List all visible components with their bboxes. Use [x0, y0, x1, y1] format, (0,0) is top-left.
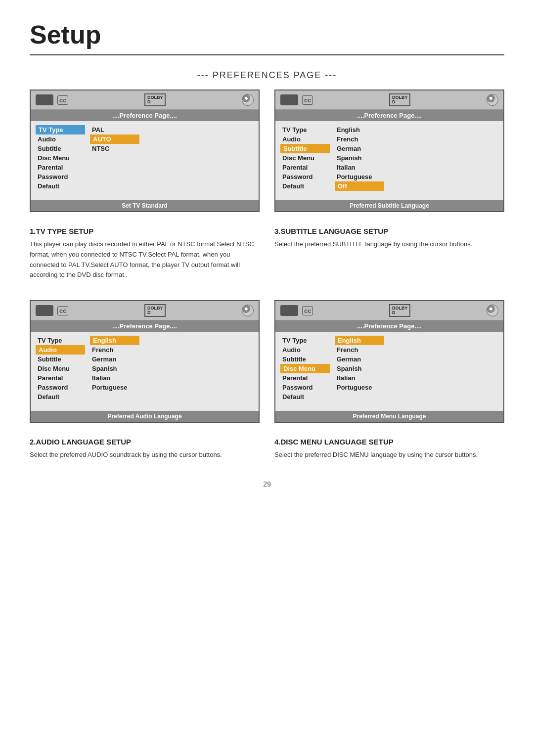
screen4-option-2: German	[335, 355, 384, 364]
desc-block-2: 3.SUBTITLE LANGUAGE SETUP Select the pre…	[274, 227, 504, 280]
tape-icon	[36, 94, 53, 105]
screen4-menu-item-5: Password	[280, 383, 330, 392]
screen3-option-0: English	[90, 336, 139, 345]
screen3-menu: TV Type Audio Subtitle Disc Menu Parenta…	[36, 336, 85, 407]
screen2-option-5: Portuguese	[335, 172, 384, 181]
bottom-descriptions-row: 2.AUDIO LANGUAGE SETUP Select the prefer…	[30, 438, 504, 460]
screen1-option-pal: PAL	[90, 125, 139, 134]
screen3-option-5: Portuguese	[90, 383, 139, 392]
screen2-menu-item-6: Default	[280, 181, 330, 191]
screen3-body: TV Type Audio Subtitle Disc Menu Parenta…	[31, 332, 259, 411]
screen1-menu-item-1: Audio	[36, 134, 85, 144]
screen3-topbar: cc DOLBY D	[31, 301, 259, 320]
screen-audio-lang: cc DOLBY D ....Preference Page.... TV Ty…	[30, 300, 260, 423]
top-screens-row: cc DOLBY D ....Preference Page.... TV Ty…	[30, 89, 504, 212]
screen2-option-3: Spanish	[335, 153, 384, 163]
disc-icon3	[242, 305, 254, 316]
screen2-menu-item-2: Subtitle	[280, 144, 330, 153]
top-descriptions-row: 1.TV TYPE SETUP This player can play dis…	[30, 227, 504, 280]
screen2-topbar: cc DOLBY D	[275, 90, 503, 110]
screen3-icons-left: cc	[36, 305, 68, 316]
desc1-body: This player can play discs recorded in e…	[30, 239, 260, 280]
screen1-option-auto: AUTO	[90, 134, 139, 144]
screen1-banner: ....Preference Page....	[31, 110, 259, 121]
desc-block-4: 4.DISC MENU LANGUAGE SETUP Select the pr…	[274, 438, 504, 460]
screen4-option-1: French	[335, 345, 384, 355]
screen1-body: TV Type Audio Subtitle Disc Menu Parenta…	[31, 121, 259, 200]
screen2-menu-item-4: Parental	[280, 163, 330, 172]
screen1-footer: Set TV Standard	[31, 200, 259, 211]
screen4-footer: Preferred Menu Language	[275, 411, 503, 422]
screen1-menu-item-5: Password	[36, 172, 85, 181]
cc-icon: cc	[57, 95, 68, 105]
screen1-option-ntsc: NTSC	[90, 144, 139, 153]
screen2-option-2: German	[335, 144, 384, 153]
tape-icon4	[280, 305, 298, 316]
screen2-body: TV Type Audio Subtitle Disc Menu Parenta…	[275, 121, 503, 200]
screen4-option-0: English	[335, 336, 384, 345]
cc-icon4: cc	[302, 306, 313, 315]
screen4-menu-item-0: TV Type	[280, 336, 330, 345]
screen4-menu-item-2: Subtitle	[280, 355, 330, 364]
screen2-options: English French German Spanish Italian Po…	[335, 125, 384, 196]
disc-icon4	[487, 305, 498, 316]
screen3-menu-item-2: Subtitle	[36, 355, 85, 364]
screen1-menu-item-4: Parental	[36, 163, 85, 172]
desc3-body: Select the preferred AUDIO soundtrack by…	[30, 450, 260, 460]
screen4-option-5: Portuguese	[335, 383, 384, 392]
screen4-menu: TV Type Audio Subtitle Disc Menu Parenta…	[280, 336, 330, 407]
screen1-menu-item-0: TV Type	[36, 125, 85, 134]
screen-disc-menu-lang: cc DOLBY D ....Preference Page.... TV Ty…	[274, 300, 504, 423]
screen2-menu-item-1: Audio	[280, 134, 330, 144]
tape-icon3	[36, 305, 53, 316]
desc-block-3: 2.AUDIO LANGUAGE SETUP Select the prefer…	[30, 438, 260, 460]
screen1-menu-item-6: Default	[36, 181, 85, 191]
desc-block-1: 1.TV TYPE SETUP This player can play dis…	[30, 227, 260, 280]
screen2-icons-left: cc	[280, 94, 313, 105]
screen2-option-1: French	[335, 134, 384, 144]
screen3-menu-item-6: Default	[36, 392, 85, 401]
desc3-title: 2.AUDIO LANGUAGE SETUP	[30, 438, 260, 446]
screen3-menu-item-0: TV Type	[36, 336, 85, 345]
tape-icon2	[280, 94, 298, 105]
screen3-menu-item-4: Parental	[36, 373, 85, 383]
screen3-menu-item-1: Audio	[36, 345, 85, 355]
screen4-icons-left: cc	[280, 305, 313, 316]
screen4-menu-item-1: Audio	[280, 345, 330, 355]
screen2-option-0: English	[335, 125, 384, 134]
desc4-title: 4.DISC MENU LANGUAGE SETUP	[274, 438, 504, 446]
screen3-option-1: French	[90, 345, 139, 355]
screen1-menu-item-3: Disc Menu	[36, 153, 85, 163]
page-number: 29	[30, 480, 504, 488]
screen4-topbar: cc DOLBY D	[275, 301, 503, 320]
screen3-menu-item-3: Disc Menu	[36, 364, 85, 373]
page-title: Setup	[30, 20, 504, 55]
dolby-icon2: DOLBY D	[389, 93, 411, 106]
screen2-menu: TV Type Audio Subtitle Disc Menu Parenta…	[280, 125, 330, 196]
screen1-topbar: cc DOLBY D	[31, 90, 259, 110]
screen4-option-4: Italian	[335, 373, 384, 383]
cc-icon2: cc	[302, 95, 313, 105]
screen4-banner: ....Preference Page....	[275, 320, 503, 332]
screen4-body: TV Type Audio Subtitle Disc Menu Parenta…	[275, 332, 503, 411]
screen1-options: PAL AUTO NTSC	[90, 125, 139, 196]
screen2-menu-item-5: Password	[280, 172, 330, 181]
screen-subtitle-lang: cc DOLBY D ....Preference Page.... TV Ty…	[274, 89, 504, 212]
disc-icon	[242, 94, 254, 106]
desc2-title: 3.SUBTITLE LANGUAGE SETUP	[274, 227, 504, 235]
screen4-options: English French German Spanish Italian Po…	[335, 336, 384, 407]
dolby-icon4: DOLBY D	[389, 304, 411, 317]
screen2-menu-item-0: TV Type	[280, 125, 330, 134]
screen4-menu-item-4: Parental	[280, 373, 330, 383]
disc-icon2	[487, 94, 498, 106]
screen3-footer: Preferred Audio Language	[31, 411, 259, 422]
screen2-option-4: Italian	[335, 163, 384, 172]
screen3-option-4: Italian	[90, 373, 139, 383]
screen2-footer: Preferred Subtitle Language	[275, 200, 503, 211]
screen3-option-2: German	[90, 355, 139, 364]
cc-icon3: cc	[57, 306, 68, 315]
screen1-icons-left: cc	[36, 94, 68, 105]
screen2-option-6: Off	[335, 181, 384, 191]
screen3-banner: ....Preference Page....	[31, 320, 259, 332]
screen4-option-3: Spanish	[335, 364, 384, 373]
